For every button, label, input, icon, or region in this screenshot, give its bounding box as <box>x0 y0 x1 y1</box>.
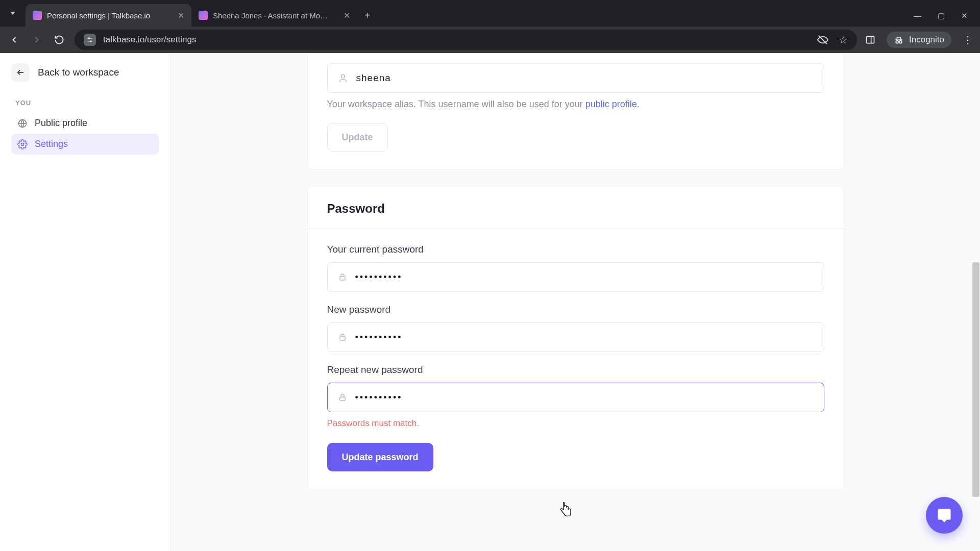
svg-rect-5 <box>867 36 874 43</box>
current-password-field[interactable] <box>327 262 824 292</box>
close-window-button[interactable]: ✕ <box>961 11 968 20</box>
main-scroll[interactable]: Your workspace alias. This username will… <box>171 53 980 551</box>
gear-icon <box>17 139 28 149</box>
update-password-button[interactable]: Update password <box>327 443 433 471</box>
close-tab-icon[interactable]: ✕ <box>344 11 350 20</box>
tune-icon <box>86 36 93 43</box>
reload-icon <box>54 35 64 45</box>
update-username-button[interactable]: Update <box>327 123 388 152</box>
svg-point-13 <box>341 74 345 78</box>
forward-button[interactable] <box>30 33 44 47</box>
sidebar-item-label: Public profile <box>35 118 87 129</box>
lock-icon <box>338 272 347 282</box>
tab-active[interactable]: Personal settings | Talkbase.io ✕ <box>26 4 191 27</box>
svg-point-8 <box>899 41 902 43</box>
user-icon <box>338 73 348 83</box>
lock-icon <box>338 333 347 342</box>
repeat-password-label: Repeat new password <box>327 364 824 375</box>
settings-column: Your workspace alias. This username will… <box>308 53 844 551</box>
new-password-input[interactable] <box>355 332 814 343</box>
tab-title: Sheena Jones · Assistant at Mo… <box>213 11 338 20</box>
svg-rect-16 <box>339 397 345 400</box>
svg-rect-15 <box>339 337 345 340</box>
scrollbar-track[interactable] <box>971 53 979 551</box>
new-password-field[interactable] <box>327 322 824 352</box>
omnibox[interactable]: talkbase.io/user/settings ☆ <box>75 30 857 50</box>
new-tab-button[interactable]: + <box>357 4 378 27</box>
favicon-icon <box>33 11 42 20</box>
tab-strip: Personal settings | Talkbase.io ✕ Sheena… <box>26 0 378 27</box>
favicon-icon <box>199 11 208 20</box>
repeat-password-field[interactable] <box>327 383 824 412</box>
sidebar-item-settings[interactable]: Settings <box>11 134 159 155</box>
scrollbar-thumb[interactable] <box>972 262 979 497</box>
username-field[interactable] <box>327 63 824 93</box>
tab-title: Personal settings | Talkbase.io <box>47 11 173 20</box>
lock-icon <box>338 393 347 402</box>
toolbar: talkbase.io/user/settings ☆ Incognito ⋮ <box>0 27 980 53</box>
bookmark-icon[interactable]: ☆ <box>839 34 848 46</box>
reload-button[interactable] <box>52 33 66 47</box>
current-password-input[interactable] <box>355 272 814 283</box>
help-chat-button[interactable] <box>926 497 963 534</box>
password-card: Password Your current password New passw… <box>308 186 844 489</box>
incognito-chip[interactable]: Incognito <box>887 32 951 48</box>
password-section-title: Password <box>308 186 844 228</box>
tab-search-button[interactable] <box>0 0 26 27</box>
address-text: talkbase.io/user/settings <box>103 35 810 45</box>
arrow-left-icon <box>9 35 19 45</box>
sidebar-item-public-profile[interactable]: Public profile <box>11 113 159 134</box>
app-root: Back to workspace YOU Public profile Set… <box>0 53 980 551</box>
svg-rect-14 <box>339 277 345 280</box>
back-icon-button[interactable] <box>11 63 30 82</box>
arrow-right-icon <box>32 35 42 45</box>
side-panel-icon[interactable] <box>865 35 875 45</box>
svg-point-7 <box>896 41 898 43</box>
main-area: Your workspace alias. This username will… <box>171 53 980 551</box>
site-info-icon[interactable] <box>84 34 96 46</box>
current-password-label: Your current password <box>327 244 824 255</box>
username-input[interactable] <box>356 72 814 84</box>
public-profile-link[interactable]: public profile <box>585 99 637 109</box>
kebab-menu-icon[interactable]: ⋮ <box>963 34 973 46</box>
incognito-label: Incognito <box>909 35 944 45</box>
back-to-workspace[interactable]: Back to workspace <box>11 63 159 82</box>
sidebar-item-label: Settings <box>35 139 68 149</box>
username-helper: Your workspace alias. This username will… <box>327 99 824 110</box>
incognito-icon <box>894 35 904 45</box>
chat-icon <box>937 508 952 523</box>
globe-icon <box>17 118 28 129</box>
omnibox-right: ☆ <box>817 34 848 46</box>
titlebar: Personal settings | Talkbase.io ✕ Sheena… <box>0 0 980 27</box>
maximize-button[interactable]: ▢ <box>938 11 945 20</box>
window-controls: ― ▢ ✕ <box>914 11 980 27</box>
repeat-password-input[interactable] <box>355 392 814 403</box>
eye-off-icon[interactable] <box>817 34 828 45</box>
arrow-left-icon <box>16 68 25 77</box>
browser-chrome: Personal settings | Talkbase.io ✕ Sheena… <box>0 0 980 53</box>
username-card: Your workspace alias. This username will… <box>308 53 844 169</box>
back-label: Back to workspace <box>38 67 119 78</box>
toolbar-right: Incognito ⋮ <box>865 32 973 48</box>
new-password-label: New password <box>327 304 824 315</box>
svg-point-12 <box>21 143 24 145</box>
helper-text: Your workspace alias. This username will… <box>327 99 585 109</box>
sidebar-group-label: YOU <box>15 99 155 107</box>
minimize-button[interactable]: ― <box>914 11 921 20</box>
helper-text: . <box>637 99 640 109</box>
close-tab-icon[interactable]: ✕ <box>178 11 184 20</box>
chevron-down-icon <box>10 12 15 15</box>
tab-inactive[interactable]: Sheena Jones · Assistant at Mo… ✕ <box>191 4 357 27</box>
sidebar: Back to workspace YOU Public profile Set… <box>0 53 171 551</box>
back-button[interactable] <box>7 33 21 47</box>
password-error-text: Passwords must match. <box>327 418 824 429</box>
